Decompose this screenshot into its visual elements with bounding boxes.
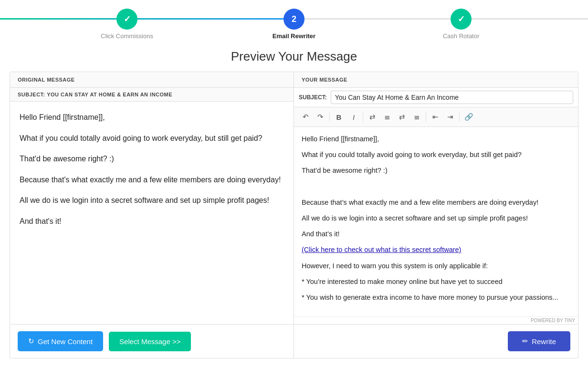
left-scroll-area: Hello Friend [[firstname]], What if you … [10,102,294,324]
align-justify-button[interactable]: ≣ [410,110,423,124]
undo-button[interactable]: ↶ [299,110,312,124]
outdent-button[interactable]: ⇤ [429,110,442,124]
toolbar-sep-1 [329,112,330,122]
editor-content[interactable]: Hello Friend [[firstname]], What if you … [294,127,578,316]
original-message-content: Hello Friend [[firstname]], What if you … [10,102,294,324]
stepper: ✓ Click Commissions 2 Email Rewriter ✓ C… [0,0,588,44]
stepper-circle-3: ✓ [451,9,472,30]
subject-input[interactable] [331,91,573,104]
orig-p4: Because that's what exactly me and a few… [20,174,284,186]
toolbar-sep-3 [426,112,426,122]
page-title: Preview Your Message [0,49,588,64]
rewrite-label: Rewrite [532,337,556,346]
left-panel: ORIGINAL MESSAGE SUBJECT: YOU CAN STAY A… [10,72,294,324]
stepper-item-3: ✓ Cash Rotator [413,9,509,40]
bottom-left: ↻ Get New Content Select Message >> [10,325,294,358]
link-button[interactable]: 🔗 [462,110,475,124]
align-right-button[interactable]: ⇄ [395,110,409,124]
editor-link-anchor[interactable]: (Click here to check out what is this se… [302,246,461,253]
editor-p6: All we do is we login into a secret soft… [302,213,570,224]
bold-button[interactable]: B [332,110,346,124]
align-center-button[interactable]: ≣ [380,110,394,124]
italic-button[interactable]: I [347,110,360,124]
original-message-header: ORIGINAL MESSAGE [10,72,294,88]
stepper-item-2: 2 Email Rewriter [246,9,342,40]
select-message-label: Select Message >> [119,337,180,346]
get-new-content-button[interactable]: ↻ Get New Content [18,331,103,351]
bottom-right: ✏ Rewrite [294,325,578,358]
editor-p8: However, I need to warn you this system … [302,261,570,272]
align-left-button[interactable]: ⇄ [366,110,379,124]
toolbar-sep-2 [363,112,363,122]
editor-p2: What if you could totally avoid going to… [302,149,570,160]
stepper-label-2: Email Rewriter [273,32,315,40]
right-panel: YOUR MESSAGE SUBJECT: ↶ ↷ B I ⇄ ≣ ⇄ ≣ ⇤ … [294,72,578,324]
subject-label: SUBJECT: [299,94,327,101]
rewrite-button[interactable]: ✏ Rewrite [508,331,570,351]
editor-p5: Because that’s what exactly me and a few… [302,197,570,208]
your-message-header: YOUR MESSAGE [294,72,578,88]
pencil-icon: ✏ [522,337,528,346]
orig-p3: That'd be awesome right? :) [20,153,284,165]
stepper-circle-1: ✓ [116,9,137,30]
editor-link: (Click here to check out what is this se… [302,244,570,255]
stepper-circle-2: 2 [284,9,304,30]
get-new-content-label: Get New Content [38,337,93,346]
panels-row: ORIGINAL MESSAGE SUBJECT: YOU CAN STAY A… [10,72,578,325]
orig-p5: All we do is we login into a secret soft… [20,194,284,207]
stepper-label-3: Cash Rotator [443,32,480,40]
refresh-icon: ↻ [28,337,34,346]
editor-p9: * You’re interested to make money online… [302,276,570,287]
stepper-items: ✓ Click Commissions 2 Email Rewriter ✓ C… [79,9,509,40]
left-subject-bar: SUBJECT: YOU CAN STAY AT HOME & EARN AN … [10,88,294,102]
panels-wrapper: ORIGINAL MESSAGE SUBJECT: YOU CAN STAY A… [10,72,578,358]
select-message-button[interactable]: Select Message >> [109,332,191,351]
editor-p4 [302,181,570,192]
stepper-label-1: Click Commissions [101,32,153,40]
toolbar-sep-4 [459,112,460,122]
stepper-item-1: ✓ Click Commissions [79,9,175,40]
orig-p2: What if you could totally avoid going to… [20,132,284,145]
bottom-row: ↻ Get New Content Select Message >> ✏ Re… [10,325,578,358]
editor-p1: Hello Friend [[firstname]], [302,134,570,145]
editor-toolbar: ↶ ↷ B I ⇄ ≣ ⇄ ≣ ⇤ ⇥ 🔗 [294,107,578,127]
editor-p10: * You wish to generate extra income to h… [302,292,570,303]
editor-p3: That’d be awesome right? :) [302,165,570,176]
orig-p6: And that's it! [20,215,284,228]
orig-p1: Hello Friend [[firstname]], [20,111,284,124]
redo-button[interactable]: ↷ [314,110,327,124]
subject-bar-right: SUBJECT: [294,88,578,107]
powered-by: POWERED BY TINY [294,316,578,324]
editor-p7: And that’s it! [302,229,570,240]
indent-button[interactable]: ⇥ [443,110,457,124]
